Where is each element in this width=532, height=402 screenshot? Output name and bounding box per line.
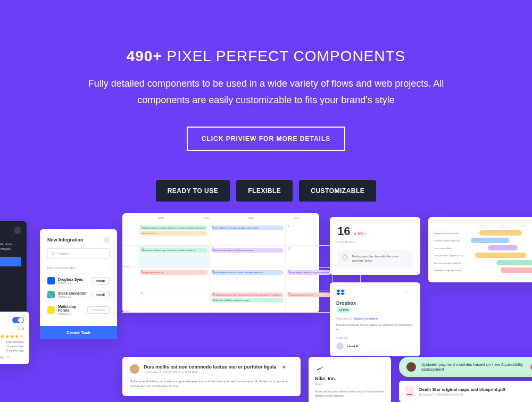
more-icon[interactable]: ⋯: [289, 365, 293, 370]
integration-panel: New Integration Search RECOMMENDED Dropb…: [40, 229, 117, 339]
more-events[interactable]: 9 more: [122, 265, 129, 267]
article-body: Nulla vitae elit libero, a pharetra augu…: [130, 379, 293, 389]
mailchimp-icon: [47, 306, 55, 314]
toggle-switch[interactable]: [12, 317, 24, 323]
calendar-event[interactable]: Integer posuere erat a an: [287, 292, 331, 297]
nike-icon: [315, 363, 325, 373]
review-count: 1.5K reviews: [0, 340, 24, 344]
slack-icon: [47, 291, 55, 298]
gantt-bar[interactable]: [471, 238, 509, 243]
add-icon[interactable]: +: [406, 290, 409, 295]
avatar: [130, 364, 139, 374]
install-button[interactable]: Install: [91, 291, 110, 298]
integration-row: Dropbox SyncVersion 0.5 Install: [47, 274, 110, 288]
owner-label: OWNER: [336, 337, 414, 340]
integration-row: Mailchimp FormsVersion 2.0 Installed: [47, 302, 110, 319]
calendar-event[interactable]: Maecenas sed diam eget risus varius blan…: [140, 248, 207, 253]
company-card: ⋯ Nike, Inc. Sports Donec ullamcorper nu…: [309, 357, 391, 402]
calendar-event[interactable]: Nulla vitae elit libero, a pharetra augu…: [211, 298, 284, 303]
calendar-event[interactable]: Fusce dapibus, tellus ac cursus commodo,…: [211, 270, 284, 275]
calendar-event[interactable]: Updated payment modules based on new Acc…: [140, 225, 207, 230]
search-input[interactable]: Search: [47, 248, 110, 259]
avatar: [406, 362, 416, 372]
calendar-event[interactable]: Pellentesque ornare sem lacinia quam ven…: [211, 292, 284, 297]
create-task-button[interactable]: Create Task: [40, 326, 117, 339]
calendar-card: MON TUE WED THU 3Updated payment modules…: [122, 213, 319, 313]
calendar-event[interactable]: Donec id elit non mi porta gravida at eg…: [211, 225, 284, 230]
gantt-bar[interactable]: [479, 230, 522, 236]
more-events[interactable]: 12 more: [122, 309, 130, 312]
close-icon[interactable]: [103, 237, 110, 243]
info-icon: ⓘ: [342, 254, 348, 261]
owner-link[interactable]: Mailchimp, Inc. ↗: [0, 355, 24, 359]
stat-change: 4.9% ↑: [354, 231, 367, 236]
svg-point-0: [52, 252, 54, 255]
status-badge: ACTIVE: [336, 307, 351, 313]
gantt-bar[interactable]: [488, 245, 518, 250]
avatar: [336, 342, 344, 350]
calendar-event[interactable]: Aenean lacinia…: [140, 231, 207, 236]
modal-primary-button[interactable]: [0, 257, 21, 266]
file-card[interactable]: Death Star original maps and blueprint.p…: [399, 381, 532, 402]
owner-name: Lissa A.: [347, 345, 359, 348]
hero-description: Fully detailed components to be used in …: [85, 76, 447, 108]
created-date: 2 years ago: [0, 345, 24, 348]
calendar-event[interactable]: Aenean eu leo quam. Pellentesque ornare: [211, 248, 284, 253]
company-category: Sports: [315, 382, 385, 386]
calendar-event[interactable]: Integer posuere do am: [140, 270, 207, 275]
overdue-stat-card: 16 4.9% ↑ OVERDUE ⓘ Friday was the day w…: [330, 217, 420, 275]
gantt-bar[interactable]: [475, 253, 526, 258]
stat-note: Friday was the day with the most overdue…: [352, 254, 409, 263]
installed-button: Installed: [87, 306, 110, 314]
star-rating: ★★★★★: [0, 333, 24, 339]
updated-date: 3 weeks ago: [0, 349, 24, 352]
dropbox-icon: [336, 289, 345, 297]
update-link[interactable]: Update available: [354, 317, 378, 320]
file-meta: by Ashoka T. • 06/20/2019 at 6:43 PM: [419, 393, 532, 396]
rating-score: 2.0: [0, 326, 24, 331]
company-description: Donec ullamcorper nulla non metus auctor…: [315, 390, 385, 398]
hero-title: 490+ PIXEL PERFECT COMPONENTS: [0, 48, 532, 65]
app-description: Praesent commodo cursus magna, vel scele…: [336, 323, 414, 331]
stat-number: 16: [337, 224, 350, 238]
install-button[interactable]: Install: [91, 277, 110, 284]
dropbox-icon: [47, 277, 55, 284]
article-card: Duis mollis est non commodo luctus nisi …: [122, 357, 301, 396]
article-title: Duis mollis est non commodo luctus nisi …: [144, 364, 277, 370]
notification-banner[interactable]: Updated payment modules based on new Acc…: [399, 357, 532, 377]
tag-ready: READY TO USE: [156, 180, 230, 202]
gantt-bar[interactable]: [496, 260, 532, 265]
dropbox-card: + ⋯ Dropbox ACTIVE Version 2.0 Update av…: [330, 282, 420, 356]
stat-label: OVERDUE: [337, 240, 413, 244]
preview-button[interactable]: CLICK PRIVIEW FOR MORE DETAILS: [187, 127, 345, 151]
company-name: Nike, Inc.: [315, 376, 385, 381]
panel-title: New Integration: [47, 237, 84, 242]
gantt-card: 10/2010/2110/2210/23 Updated payment mod…: [428, 217, 532, 282]
gantt-bar[interactable]: [501, 267, 532, 273]
integration-row: Slack connectorVersion 1.1 Install: [47, 288, 110, 302]
tag-customizable: CUSTOMIZABLE: [299, 180, 376, 202]
modal-description: ricula ut id elit. dum. Donec ctor fring…: [0, 242, 21, 252]
pdf-icon: [405, 386, 414, 397]
article-meta: by Ashoka T. • 06/20/2019 at 6:43 PM: [144, 371, 277, 374]
search-icon: [51, 252, 55, 256]
banner-text: Updated payment modules based on new Acc…: [421, 362, 525, 372]
close-icon[interactable]: [14, 227, 21, 234]
svg-line-1: [54, 254, 55, 255]
file-name: Death Star original maps and blueprint.p…: [419, 387, 532, 392]
tag-flexible: FLEXIBLE: [236, 180, 293, 202]
more-icon[interactable]: ⋯: [379, 363, 385, 373]
calendar-event[interactable]: Fusce dapibus, tellus ac cursus commodo: [287, 270, 331, 275]
heart-icon[interactable]: ♥: [282, 364, 286, 370]
app-name: Dropbox: [336, 300, 414, 306]
section-label: RECOMMENDED: [47, 266, 110, 270]
rating-card: 2.0 ★★★★★ 1.5K reviews 2 years ago 3 wee…: [0, 312, 29, 364]
more-icon[interactable]: ⋯: [410, 290, 414, 295]
